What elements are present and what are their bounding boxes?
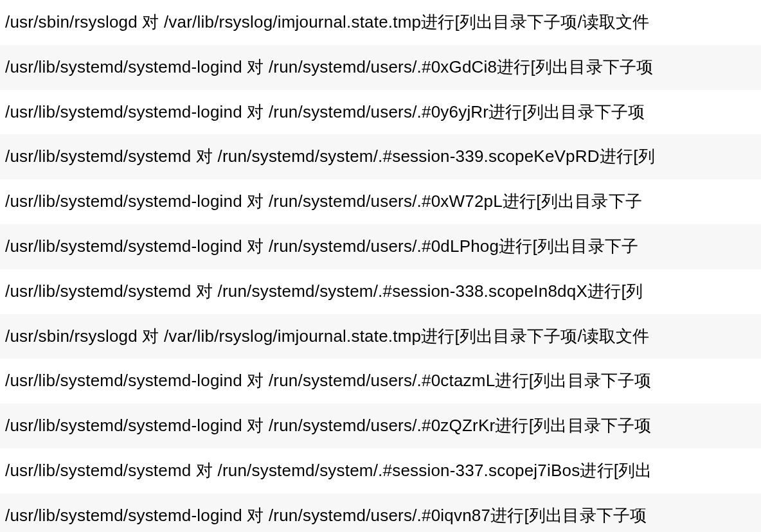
log-text: /usr/lib/systemd/systemd-logind 对 /run/s… xyxy=(5,57,653,76)
log-row[interactable]: /usr/lib/systemd/systemd-logind 对 /run/s… xyxy=(0,90,761,135)
log-text: /usr/lib/systemd/systemd 对 /run/systemd/… xyxy=(5,461,652,480)
log-text: /usr/lib/systemd/systemd-logind 对 /run/s… xyxy=(5,371,652,390)
log-row[interactable]: /usr/lib/systemd/systemd-logind 对 /run/s… xyxy=(0,224,761,269)
log-row[interactable]: /usr/lib/systemd/systemd-logind 对 /run/s… xyxy=(0,493,761,532)
log-row[interactable]: /usr/lib/systemd/systemd-logind 对 /run/s… xyxy=(0,179,761,224)
log-list: /usr/sbin/rsyslogd 对 /var/lib/rsyslog/im… xyxy=(0,0,761,532)
log-text: /usr/lib/systemd/systemd-logind 对 /run/s… xyxy=(5,236,638,256)
log-text: /usr/lib/systemd/systemd-logind 对 /run/s… xyxy=(5,506,647,525)
log-row[interactable]: /usr/lib/systemd/systemd-logind 对 /run/s… xyxy=(0,359,761,403)
log-text: /usr/lib/systemd/systemd-logind 对 /run/s… xyxy=(5,416,652,435)
log-row[interactable]: /usr/lib/systemd/systemd 对 /run/systemd/… xyxy=(0,269,761,314)
log-text: /usr/lib/systemd/systemd-logind 对 /run/s… xyxy=(5,191,642,211)
log-row[interactable]: /usr/sbin/rsyslogd 对 /var/lib/rsyslog/im… xyxy=(0,314,761,359)
log-row[interactable]: /usr/lib/systemd/systemd 对 /run/systemd/… xyxy=(0,448,761,493)
log-row[interactable]: /usr/sbin/rsyslogd 对 /var/lib/rsyslog/im… xyxy=(0,0,761,45)
log-text: /usr/sbin/rsyslogd 对 /var/lib/rsyslog/im… xyxy=(5,12,650,31)
log-text: /usr/lib/systemd/systemd 对 /run/systemd/… xyxy=(5,281,643,301)
log-row[interactable]: /usr/lib/systemd/systemd-logind 对 /run/s… xyxy=(0,403,761,448)
log-text: /usr/lib/systemd/systemd 对 /run/systemd/… xyxy=(5,146,655,166)
log-text: /usr/lib/systemd/systemd-logind 对 /run/s… xyxy=(5,102,645,121)
log-row[interactable]: /usr/lib/systemd/systemd 对 /run/systemd/… xyxy=(0,134,761,179)
log-row[interactable]: /usr/lib/systemd/systemd-logind 对 /run/s… xyxy=(0,45,761,90)
log-text: /usr/sbin/rsyslogd 对 /var/lib/rsyslog/im… xyxy=(5,326,650,346)
